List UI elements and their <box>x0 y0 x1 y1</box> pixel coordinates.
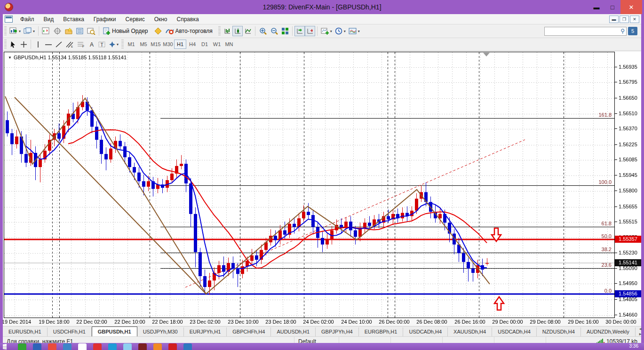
equidistant-channel-icon: E <box>65 41 74 48</box>
navigator-button[interactable] <box>63 26 74 36</box>
taskbar-clock: 3:36 <box>629 343 641 349</box>
fibonacci-tool-button[interactable]: F <box>75 39 87 49</box>
menu-item-графики[interactable]: Графики <box>89 15 121 24</box>
chart-tab-eurgbph[interactable]: EURGBPh,H1 <box>359 327 404 336</box>
menu-item-окно[interactable]: Окно <box>150 15 172 24</box>
chart-tab-xauusdh[interactable]: XAUUSDh,H4 <box>448 327 492 336</box>
line-chart-icon <box>244 27 252 35</box>
child-minimize-button[interactable]: ▬ <box>609 16 619 23</box>
chart-tab-usdcadh[interactable]: USDCADh,H4 <box>403 327 448 336</box>
channel-tool-button[interactable]: E <box>64 39 75 49</box>
candlestick-chart-button[interactable] <box>232 26 243 36</box>
menu-item-вставка[interactable]: Вставка <box>58 15 89 24</box>
child-restore-button[interactable]: ❐ <box>620 16 629 23</box>
bar-chart-button[interactable] <box>222 26 232 36</box>
search-box[interactable]: ⚲ <box>544 27 627 36</box>
timeframe-button-m1[interactable]: M1 <box>125 40 137 49</box>
timeframe-button-h1[interactable]: H1 <box>174 40 186 49</box>
zoom-out-button[interactable] <box>269 26 280 36</box>
new-order-button[interactable]: Новый Ордер <box>101 26 152 36</box>
arrows-tool-button[interactable]: ▾ <box>107 39 120 49</box>
date-tick: 29 Dec 08:00 <box>530 319 560 325</box>
svg-text:T: T <box>101 42 103 47</box>
chart-tab-audusdh[interactable]: AUDUSDh,H1 <box>271 327 316 336</box>
chart-tab-gbpchfh[interactable]: GBPCHFh,H4 <box>227 327 271 336</box>
strategy-tester-button[interactable] <box>86 26 97 36</box>
timeframe-button-w1[interactable]: W1 <box>211 40 223 49</box>
templates-button[interactable]: ▾ <box>347 26 361 36</box>
taskbar-app-skype[interactable] <box>108 343 117 350</box>
timeframe-button-h4[interactable]: H4 <box>186 40 199 49</box>
indicators-button[interactable]: ▾ <box>319 26 334 36</box>
community-badge[interactable]: 5 <box>628 27 637 35</box>
cursor-tool-button[interactable] <box>8 39 18 49</box>
data-window-button[interactable] <box>52 26 63 36</box>
maximize-button[interactable]: □ <box>604 1 620 13</box>
taskbar-app-store[interactable] <box>18 343 26 350</box>
text-tool-button[interactable]: A <box>87 39 97 49</box>
taskbar-app-files[interactable] <box>123 343 132 350</box>
terminal-icon <box>76 27 84 35</box>
menu-item-вид[interactable]: Вид <box>39 15 59 24</box>
label-tool-button[interactable]: T <box>97 39 107 49</box>
search-icon[interactable]: ⚲ <box>620 28 626 34</box>
strategy-tester-icon <box>87 27 95 35</box>
search-input[interactable] <box>545 28 620 35</box>
terminal-button[interactable] <box>74 26 86 36</box>
crosshair-tool-button[interactable] <box>18 39 29 49</box>
chart-tab-usdchfh[interactable]: USDCHFh,H1 <box>48 327 92 336</box>
new-chart-button[interactable]: ▾ <box>8 26 22 36</box>
chart-tab-audnzdh[interactable]: AUDNZDh,Weekly <box>581 327 636 336</box>
menu-item-справка[interactable]: Справка <box>172 15 204 24</box>
taskbar-app-orange[interactable] <box>153 343 162 350</box>
chart-tab-eurusdh[interactable]: EURUSDh,H1 <box>3 327 48 336</box>
autotrading-button[interactable]: Авто-торговля <box>164 26 217 36</box>
tile-windows-button[interactable] <box>280 26 290 36</box>
trendline-tool-button[interactable] <box>54 39 64 49</box>
horizontal-line-tool-button[interactable] <box>43 39 54 49</box>
zoom-in-button[interactable] <box>257 26 269 36</box>
price-chart[interactable] <box>4 52 615 318</box>
chart-tab-gbpusdh[interactable]: GBPUSDh,H1 <box>92 326 137 336</box>
templates-icon <box>349 27 357 35</box>
line-chart-button[interactable] <box>243 26 253 36</box>
profiles-button[interactable]: ▾ <box>22 26 36 36</box>
timeframe-button-m15[interactable]: M15 <box>150 40 162 49</box>
price-axis[interactable]: 1.569351.567951.566501.565101.563701.562… <box>615 52 641 318</box>
taskbar-app-browser[interactable] <box>48 343 56 350</box>
timeframe-button-d1[interactable]: D1 <box>199 40 211 49</box>
menu-item-файл[interactable]: Файл <box>16 15 39 24</box>
new-chart-icon <box>9 27 18 35</box>
minimize-button[interactable]: ▬ <box>588 1 604 13</box>
metaeditor-button[interactable] <box>152 26 164 36</box>
child-close-button[interactable]: ✕ <box>630 16 639 23</box>
chart-tab-nzdusdh[interactable]: NZDUSDh,H4 <box>537 327 581 336</box>
taskbar-app-yandex[interactable] <box>78 343 87 350</box>
time-axis[interactable]: 19 Dec 201419 Dec 18:0022 Dec 02:0022 De… <box>3 318 641 326</box>
menu-item-сервис[interactable]: Сервис <box>121 15 150 24</box>
start-button[interactable] <box>3 343 11 350</box>
taskbar-app-antivirus[interactable] <box>93 343 102 350</box>
price-tick: 1.55230 <box>619 250 637 255</box>
vertical-line-tool-button[interactable] <box>33 39 43 49</box>
tab-scroll-arrows[interactable]: ◂ ▸ <box>636 326 644 336</box>
timeframe-button-m30[interactable]: M30 <box>162 40 174 49</box>
chart-tab-usdjpyh[interactable]: USDJPYh,M30 <box>137 327 184 336</box>
chart-shift-button[interactable] <box>305 26 315 36</box>
market-watch-button[interactable] <box>40 26 52 36</box>
chart-tab-eurjpyh[interactable]: EURJPYh,H1 <box>184 327 227 336</box>
taskbar-app-sphere[interactable] <box>183 343 192 350</box>
periods-button[interactable]: ▾ <box>334 26 347 36</box>
crosshair-icon <box>20 41 27 48</box>
svg-text:F: F <box>82 45 84 48</box>
close-button[interactable]: ✕ <box>620 0 642 14</box>
auto-scroll-button[interactable] <box>294 26 305 36</box>
timeframe-button-mn[interactable]: MN <box>223 40 235 49</box>
chart-tab-usdcadh[interactable]: USDCADh,H4 <box>492 327 537 336</box>
chart-tab-gbpjpyh[interactable]: GBPJPYh,H4 <box>316 327 359 336</box>
taskbar-app-drive[interactable] <box>63 343 72 350</box>
taskbar-app-docs[interactable] <box>33 343 41 350</box>
taskbar-app-settings[interactable] <box>168 343 177 350</box>
timeframe-button-m5[interactable]: M5 <box>137 40 150 49</box>
taskbar-app-opera[interactable] <box>138 343 147 350</box>
